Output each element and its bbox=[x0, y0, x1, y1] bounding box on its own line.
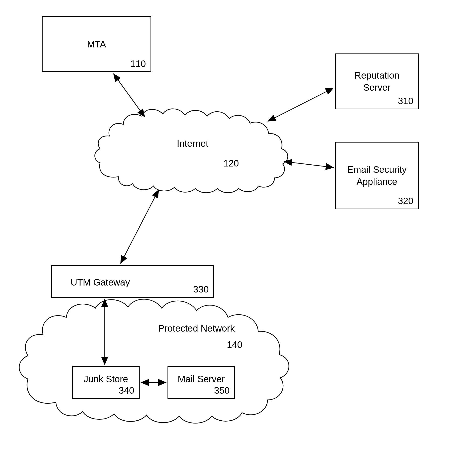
reputation-server-label: Reputation Server bbox=[354, 69, 399, 93]
protected-network-number: 140 bbox=[227, 339, 242, 350]
internet-label: Internet bbox=[177, 138, 208, 149]
junk-store-number: 340 bbox=[119, 385, 134, 396]
reputation-server-number: 310 bbox=[398, 96, 413, 106]
junk-store-label: Junk Store bbox=[84, 373, 128, 385]
email-security-label: Email Security Appliance bbox=[347, 163, 407, 188]
reputation-server-node: Reputation Server 310 bbox=[335, 53, 419, 109]
connector-internet-utm bbox=[121, 191, 158, 263]
protected-network-label: Protected Network bbox=[158, 323, 235, 334]
email-security-number: 320 bbox=[398, 196, 413, 206]
network-diagram: MTA 110 Reputation Server 310 Email Secu… bbox=[0, 0, 476, 462]
internet-number: 120 bbox=[223, 158, 239, 168]
protected-network-cloud bbox=[14, 281, 312, 430]
mta-label: MTA bbox=[87, 38, 106, 50]
mail-server-number: 350 bbox=[214, 385, 230, 396]
junk-store-node: Junk Store 340 bbox=[72, 366, 140, 399]
mta-node: MTA 110 bbox=[42, 16, 151, 72]
email-security-node: Email Security Appliance 320 bbox=[335, 142, 419, 209]
mail-server-node: Mail Server 350 bbox=[168, 366, 235, 399]
mta-number: 110 bbox=[130, 59, 146, 69]
internet-cloud bbox=[91, 102, 293, 195]
mail-server-label: Mail Server bbox=[178, 373, 225, 385]
